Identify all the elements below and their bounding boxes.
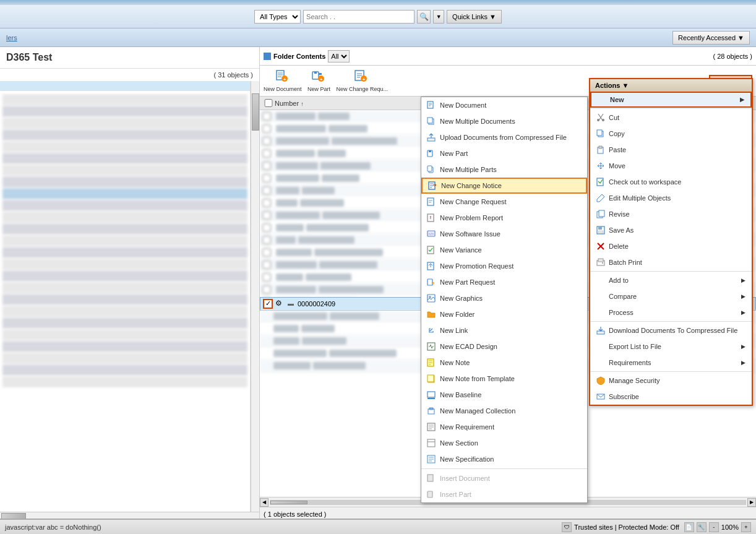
recently-accessed-button[interactable]: Recently Accessed ▼ [672, 31, 750, 45]
new-document-toolbar-btn[interactable]: + New Document [264, 70, 302, 92]
new-part-toolbar-btn[interactable]: + New Part [307, 70, 332, 92]
left-tree-row[interactable] [2, 329, 247, 340]
left-tree-row[interactable] [2, 129, 247, 140]
actions-menu-item-download-documents-to-compressed-file[interactable]: Download Documents To Compressed File [590, 322, 752, 338]
svg-rect-51 [427, 491, 432, 497]
new-menu-item-multi-part[interactable]: New Multiple Parts [421, 161, 587, 178]
left-tree-row[interactable] [2, 247, 247, 258]
breadcrumb[interactable]: lers [6, 34, 17, 41]
new-menu-dropdown: New DocumentNew Multiple DocumentsUpload… [421, 97, 588, 503]
search-input[interactable] [303, 10, 415, 24]
new-menu-item-specification[interactable]: New Specification [421, 451, 587, 467]
new-menu-item-software[interactable]: </>New Software Issue [421, 226, 587, 242]
actions-menu-item-save-as[interactable]: Save As [590, 222, 752, 238]
svg-rect-7 [314, 72, 317, 74]
new-menu-item-baseline[interactable]: New Baseline [421, 387, 587, 403]
new-menu-item-part[interactable]: New Part [421, 145, 587, 161]
left-tree-row[interactable] [2, 282, 247, 293]
actions-menu-item-revise[interactable]: Revise [590, 206, 752, 222]
left-tree-row[interactable] [2, 165, 247, 176]
actions-menu-item-paste[interactable]: Paste [590, 142, 752, 158]
folder-expand-icon[interactable] [264, 53, 271, 60]
search-dropdown-button[interactable]: ▼ [433, 10, 444, 24]
new-menu-item-note-template[interactable]: New Note from Template [421, 371, 587, 387]
left-tree-row[interactable] [2, 235, 247, 246]
type-filter-select[interactable]: All Types [254, 10, 301, 24]
actions-menu-item-compare[interactable]: Compare▶ [590, 288, 752, 304]
search-button[interactable]: 🔍 [417, 10, 431, 24]
new-menu-item-part-req[interactable]: ?New Part Request [421, 274, 587, 290]
actions-menu-item-cut[interactable]: Cut [590, 110, 752, 126]
new-menu-item-variance[interactable]: New Variance [421, 242, 587, 258]
left-tree-row[interactable] [2, 223, 247, 235]
scroll-left-button[interactable]: ◀ [260, 498, 268, 507]
new-menu-item-folder[interactable]: New Folder [421, 306, 587, 322]
sort-arrow[interactable]: ↑ [301, 101, 304, 107]
new-menu-item-requirement[interactable]: New Requirement [421, 419, 587, 435]
left-tree-row[interactable] [2, 294, 247, 305]
actions-menu-item-add-to[interactable]: Add to▶ [590, 272, 752, 288]
left-tree-row[interactable] [2, 176, 247, 187]
tree-row-selected[interactable] [0, 81, 250, 91]
actions-menu-item-new[interactable]: New▶ [590, 92, 752, 108]
select-all-checkbox[interactable] [262, 99, 275, 107]
actions-menu-item-requirements[interactable]: Requirements▶ [590, 355, 752, 371]
status-tools-icon[interactable]: 🔧 [697, 522, 707, 532]
left-tree-row[interactable] [2, 106, 247, 117]
actions-menu-item-edit-multiple-objects[interactable]: Edit Multiple Objects [590, 190, 752, 206]
actions-menu-item-batch-print[interactable]: Batch Print [590, 254, 752, 270]
left-tree-row[interactable] [2, 259, 247, 270]
left-tree-row[interactable] [2, 188, 247, 199]
actions-menu-item-manage-security[interactable]: Manage Security [590, 373, 752, 389]
left-tree-row[interactable] [2, 270, 247, 282]
folder-filter-select[interactable]: All [328, 50, 350, 62]
left-tree-row[interactable] [2, 212, 247, 223]
new-menu-item-change-req[interactable]: New Change Request [421, 194, 587, 210]
new-menu-item-link[interactable]: New Link [421, 322, 587, 338]
left-tree-row[interactable] [2, 153, 247, 164]
left-tree-row[interactable] [2, 200, 247, 211]
scroll-right-button[interactable]: ▶ [747, 498, 756, 507]
zoom-increase-button[interactable]: + [741, 522, 751, 532]
new-menu-item-insert-part: Insert Part [421, 486, 587, 502]
quick-links-button[interactable]: Quick Links ▼ [447, 10, 502, 24]
new-menu-item-multi-doc[interactable]: New Multiple Documents [421, 113, 587, 129]
left-tree-row[interactable] [2, 141, 247, 152]
left-tree-row[interactable] [2, 317, 247, 329]
new-menu-item-promo[interactable]: New Promotion Request [421, 258, 587, 274]
new-menu-item-problem[interactable]: !New Problem Report [421, 210, 587, 226]
actions-menu-item-subscribe[interactable]: Subscribe [590, 389, 752, 405]
zoom-decrease-button[interactable]: - [709, 522, 719, 532]
left-tree-row[interactable] [2, 341, 247, 352]
actions-menu-item-export-list-to-file[interactable]: Export List to File▶ [590, 338, 752, 355]
new-menu-item-doc[interactable]: New Document [421, 97, 587, 113]
row-checkbox[interactable]: ✓ [263, 299, 273, 309]
new-menu-item-section[interactable]: New Section [421, 435, 587, 451]
left-tree-row[interactable] [2, 364, 247, 376]
left-tree-row[interactable] [2, 353, 247, 364]
new-menu-item-upload[interactable]: Upload Documents from Compressed File [421, 129, 587, 145]
row-gear-icon[interactable]: ⚙ [275, 299, 285, 309]
new-menu-item-note[interactable]: New Note [421, 355, 587, 371]
new-menu-item-collection[interactable]: New Managed Collection [421, 403, 587, 419]
actions-item-label: Delete [609, 243, 629, 250]
actions-menu-item-process[interactable]: Process▶ [590, 304, 752, 321]
new-menu-item-ecad[interactable]: New ECAD Design [421, 338, 587, 355]
actions-menu-item-check-out-to-workspace[interactable]: Check out to workspace [590, 174, 752, 190]
actions-menu-item-delete[interactable]: Delete [590, 238, 752, 254]
left-tree-row[interactable] [2, 118, 247, 129]
actions-menu-header[interactable]: Actions ▼ [589, 78, 753, 93]
status-page-icon[interactable]: 📄 [684, 522, 694, 532]
left-tree-row[interactable] [2, 94, 247, 105]
left-scrollbar[interactable] [251, 81, 259, 512]
requirement-icon [426, 422, 436, 432]
new-change-req-label: New Change Requ... [337, 86, 389, 92]
actions-menu-item-move[interactable]: Move [590, 158, 752, 174]
left-tree-row[interactable] [2, 306, 247, 317]
actions-menu-item-copy[interactable]: Copy [590, 126, 752, 142]
new-menu-item-graphics[interactable]: New Graphics [421, 290, 587, 306]
new-change-req-toolbar-btn[interactable]: + New Change Requ... [337, 70, 389, 92]
left-tree-row[interactable] [2, 376, 247, 387]
new-menu-item-label: New Note [440, 359, 470, 366]
new-menu-item-change-notice[interactable]: New Change Notice [421, 178, 587, 194]
